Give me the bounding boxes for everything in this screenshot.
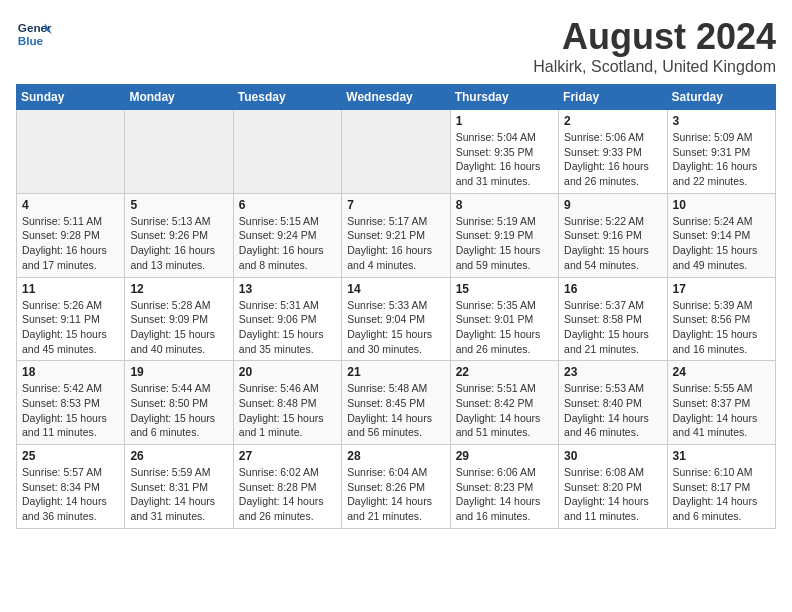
day-info: Sunrise: 6:04 AM Sunset: 8:26 PM Dayligh… [347, 465, 444, 524]
calendar-cell: 26Sunrise: 5:59 AM Sunset: 8:31 PM Dayli… [125, 445, 233, 529]
day-number: 9 [564, 198, 661, 212]
day-info: Sunrise: 5:55 AM Sunset: 8:37 PM Dayligh… [673, 381, 770, 440]
day-info: Sunrise: 5:48 AM Sunset: 8:45 PM Dayligh… [347, 381, 444, 440]
day-number: 30 [564, 449, 661, 463]
day-info: Sunrise: 5:09 AM Sunset: 9:31 PM Dayligh… [673, 130, 770, 189]
column-header-saturday: Saturday [667, 85, 775, 110]
day-number: 6 [239, 198, 336, 212]
day-number: 15 [456, 282, 553, 296]
calendar-cell: 9Sunrise: 5:22 AM Sunset: 9:16 PM Daylig… [559, 193, 667, 277]
calendar-cell: 24Sunrise: 5:55 AM Sunset: 8:37 PM Dayli… [667, 361, 775, 445]
logo-icon: General Blue [16, 16, 52, 52]
calendar-cell: 21Sunrise: 5:48 AM Sunset: 8:45 PM Dayli… [342, 361, 450, 445]
calendar-table: SundayMondayTuesdayWednesdayThursdayFrid… [16, 84, 776, 529]
column-header-sunday: Sunday [17, 85, 125, 110]
calendar-cell: 12Sunrise: 5:28 AM Sunset: 9:09 PM Dayli… [125, 277, 233, 361]
calendar-week-row: 18Sunrise: 5:42 AM Sunset: 8:53 PM Dayli… [17, 361, 776, 445]
day-info: Sunrise: 5:04 AM Sunset: 9:35 PM Dayligh… [456, 130, 553, 189]
calendar-cell: 30Sunrise: 6:08 AM Sunset: 8:20 PM Dayli… [559, 445, 667, 529]
day-info: Sunrise: 5:42 AM Sunset: 8:53 PM Dayligh… [22, 381, 119, 440]
day-info: Sunrise: 5:37 AM Sunset: 8:58 PM Dayligh… [564, 298, 661, 357]
day-number: 5 [130, 198, 227, 212]
column-header-thursday: Thursday [450, 85, 558, 110]
calendar-cell [233, 110, 341, 194]
day-number: 22 [456, 365, 553, 379]
calendar-cell: 17Sunrise: 5:39 AM Sunset: 8:56 PM Dayli… [667, 277, 775, 361]
day-number: 19 [130, 365, 227, 379]
day-number: 27 [239, 449, 336, 463]
day-number: 23 [564, 365, 661, 379]
calendar-cell [342, 110, 450, 194]
calendar-cell: 2Sunrise: 5:06 AM Sunset: 9:33 PM Daylig… [559, 110, 667, 194]
calendar-cell: 28Sunrise: 6:04 AM Sunset: 8:26 PM Dayli… [342, 445, 450, 529]
calendar-cell: 3Sunrise: 5:09 AM Sunset: 9:31 PM Daylig… [667, 110, 775, 194]
calendar-cell: 19Sunrise: 5:44 AM Sunset: 8:50 PM Dayli… [125, 361, 233, 445]
day-number: 11 [22, 282, 119, 296]
day-number: 14 [347, 282, 444, 296]
day-info: Sunrise: 5:57 AM Sunset: 8:34 PM Dayligh… [22, 465, 119, 524]
day-info: Sunrise: 5:15 AM Sunset: 9:24 PM Dayligh… [239, 214, 336, 273]
calendar-cell: 7Sunrise: 5:17 AM Sunset: 9:21 PM Daylig… [342, 193, 450, 277]
page-title: August 2024 [533, 16, 776, 58]
calendar-cell: 25Sunrise: 5:57 AM Sunset: 8:34 PM Dayli… [17, 445, 125, 529]
day-number: 10 [673, 198, 770, 212]
day-number: 3 [673, 114, 770, 128]
page-subtitle: Halkirk, Scotland, United Kingdom [533, 58, 776, 76]
day-number: 8 [456, 198, 553, 212]
day-info: Sunrise: 6:06 AM Sunset: 8:23 PM Dayligh… [456, 465, 553, 524]
calendar-cell: 23Sunrise: 5:53 AM Sunset: 8:40 PM Dayli… [559, 361, 667, 445]
day-number: 18 [22, 365, 119, 379]
day-info: Sunrise: 5:39 AM Sunset: 8:56 PM Dayligh… [673, 298, 770, 357]
calendar-cell: 13Sunrise: 5:31 AM Sunset: 9:06 PM Dayli… [233, 277, 341, 361]
day-number: 4 [22, 198, 119, 212]
calendar-cell: 31Sunrise: 6:10 AM Sunset: 8:17 PM Dayli… [667, 445, 775, 529]
day-number: 28 [347, 449, 444, 463]
day-number: 2 [564, 114, 661, 128]
day-info: Sunrise: 5:22 AM Sunset: 9:16 PM Dayligh… [564, 214, 661, 273]
calendar-cell: 10Sunrise: 5:24 AM Sunset: 9:14 PM Dayli… [667, 193, 775, 277]
calendar-week-row: 1Sunrise: 5:04 AM Sunset: 9:35 PM Daylig… [17, 110, 776, 194]
calendar-cell [17, 110, 125, 194]
calendar-cell: 22Sunrise: 5:51 AM Sunset: 8:42 PM Dayli… [450, 361, 558, 445]
day-info: Sunrise: 5:28 AM Sunset: 9:09 PM Dayligh… [130, 298, 227, 357]
day-info: Sunrise: 5:06 AM Sunset: 9:33 PM Dayligh… [564, 130, 661, 189]
column-header-friday: Friday [559, 85, 667, 110]
calendar-cell: 4Sunrise: 5:11 AM Sunset: 9:28 PM Daylig… [17, 193, 125, 277]
svg-text:Blue: Blue [18, 34, 44, 47]
day-info: Sunrise: 5:44 AM Sunset: 8:50 PM Dayligh… [130, 381, 227, 440]
title-area: August 2024 Halkirk, Scotland, United Ki… [533, 16, 776, 76]
day-number: 29 [456, 449, 553, 463]
column-header-wednesday: Wednesday [342, 85, 450, 110]
day-number: 13 [239, 282, 336, 296]
calendar-cell: 18Sunrise: 5:42 AM Sunset: 8:53 PM Dayli… [17, 361, 125, 445]
day-info: Sunrise: 6:08 AM Sunset: 8:20 PM Dayligh… [564, 465, 661, 524]
day-number: 24 [673, 365, 770, 379]
day-number: 16 [564, 282, 661, 296]
calendar-cell: 11Sunrise: 5:26 AM Sunset: 9:11 PM Dayli… [17, 277, 125, 361]
calendar-cell: 29Sunrise: 6:06 AM Sunset: 8:23 PM Dayli… [450, 445, 558, 529]
day-number: 21 [347, 365, 444, 379]
day-info: Sunrise: 5:17 AM Sunset: 9:21 PM Dayligh… [347, 214, 444, 273]
calendar-week-row: 11Sunrise: 5:26 AM Sunset: 9:11 PM Dayli… [17, 277, 776, 361]
column-header-tuesday: Tuesday [233, 85, 341, 110]
day-number: 17 [673, 282, 770, 296]
day-info: Sunrise: 6:02 AM Sunset: 8:28 PM Dayligh… [239, 465, 336, 524]
logo: General Blue [16, 16, 52, 52]
day-info: Sunrise: 5:51 AM Sunset: 8:42 PM Dayligh… [456, 381, 553, 440]
day-info: Sunrise: 5:19 AM Sunset: 9:19 PM Dayligh… [456, 214, 553, 273]
calendar-cell: 27Sunrise: 6:02 AM Sunset: 8:28 PM Dayli… [233, 445, 341, 529]
day-number: 1 [456, 114, 553, 128]
day-info: Sunrise: 5:53 AM Sunset: 8:40 PM Dayligh… [564, 381, 661, 440]
day-info: Sunrise: 5:31 AM Sunset: 9:06 PM Dayligh… [239, 298, 336, 357]
day-number: 12 [130, 282, 227, 296]
day-number: 26 [130, 449, 227, 463]
day-info: Sunrise: 5:11 AM Sunset: 9:28 PM Dayligh… [22, 214, 119, 273]
calendar-cell: 5Sunrise: 5:13 AM Sunset: 9:26 PM Daylig… [125, 193, 233, 277]
day-info: Sunrise: 5:24 AM Sunset: 9:14 PM Dayligh… [673, 214, 770, 273]
day-number: 25 [22, 449, 119, 463]
calendar-cell: 14Sunrise: 5:33 AM Sunset: 9:04 PM Dayli… [342, 277, 450, 361]
day-number: 20 [239, 365, 336, 379]
day-info: Sunrise: 5:13 AM Sunset: 9:26 PM Dayligh… [130, 214, 227, 273]
calendar-week-row: 25Sunrise: 5:57 AM Sunset: 8:34 PM Dayli… [17, 445, 776, 529]
calendar-cell: 15Sunrise: 5:35 AM Sunset: 9:01 PM Dayli… [450, 277, 558, 361]
